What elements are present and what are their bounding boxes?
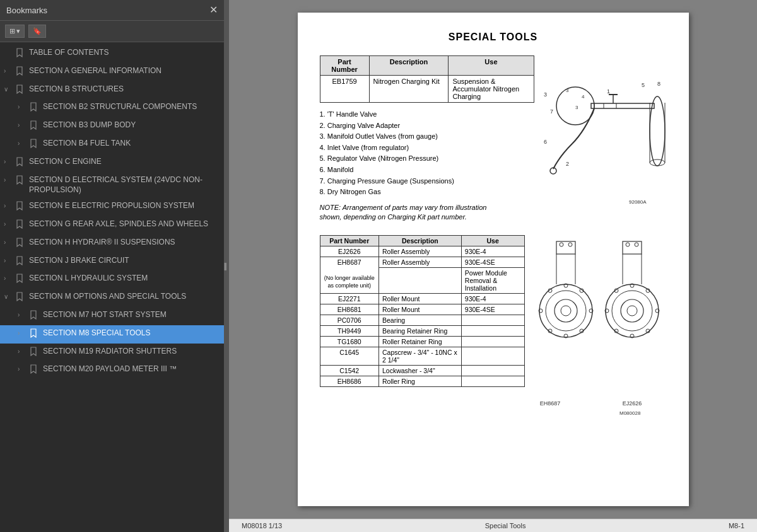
arrow-icon: ∨ bbox=[4, 85, 13, 94]
svg-text:2: 2 bbox=[566, 161, 569, 167]
svg-text:3: 3 bbox=[544, 91, 547, 98]
svg-point-54 bbox=[635, 243, 638, 246]
sidebar-item-section-m8[interactable]: ›SECTION M8 SPECIAL TOOLS bbox=[0, 325, 224, 344]
arrow-icon: › bbox=[4, 220, 13, 229]
use: Suspension & Accumulator Nitrogen Chargi… bbox=[449, 76, 534, 103]
sidebar-item-section-m20[interactable]: ›SECTION M20 PAYLOAD METER III ™ bbox=[0, 361, 224, 379]
svg-point-43 bbox=[627, 306, 637, 316]
bookmark-button[interactable]: 🔖 bbox=[28, 25, 46, 38]
svg-text:M080028: M080028 bbox=[619, 410, 641, 416]
svg-text:EH8687: EH8687 bbox=[539, 400, 560, 407]
svg-point-40 bbox=[606, 284, 659, 337]
bookmark-icon bbox=[30, 364, 40, 377]
svg-text:4: 4 bbox=[582, 94, 585, 100]
table-row: C1645 Capscrew - 3/4" - 10NC x 2 1/4" bbox=[320, 347, 524, 365]
footer-left: M08018 1/13 bbox=[242, 522, 282, 529]
arrow-icon: › bbox=[18, 103, 26, 112]
page-title: SPECIAL TOOLS bbox=[320, 32, 667, 43]
sidebar-item-section-b2[interactable]: ›SECTION B2 STRUCTURAL COMPONENTS bbox=[0, 99, 224, 117]
sidebar-item-label: SECTION B STRUCTURES bbox=[29, 84, 219, 95]
sidebar-item-label: SECTION B4 FUEL TANK bbox=[43, 138, 219, 149]
bookmark-icon bbox=[16, 292, 26, 304]
svg-text:3: 3 bbox=[566, 88, 569, 93]
table-row: TG1680 Roller Retainer Ring bbox=[320, 336, 524, 347]
arrow-icon: › bbox=[4, 202, 13, 211]
sidebar-item-section-g[interactable]: ›SECTION G REAR AXLE, SPINDLES AND WHEEL… bbox=[0, 216, 224, 234]
parts-table-1: Part Number Description Use EB1759 Nitro… bbox=[320, 55, 534, 103]
sidebar-content[interactable]: TABLE OF CONTENTS›SECTION A GENERAL INFO… bbox=[0, 42, 224, 532]
arrow-icon: › bbox=[4, 238, 13, 247]
list-item: 1. 'T' Handle Valve bbox=[320, 109, 534, 120]
resize-handle[interactable]: ▌ bbox=[224, 0, 229, 532]
sidebar-item-label: SECTION G REAR AXLE, SPINDLES AND WHEELS bbox=[29, 219, 219, 229]
table-row: TH9449 Bearing Retainer Ring bbox=[320, 325, 524, 336]
grid-icon: ⊞ bbox=[9, 27, 15, 35]
sidebar-item-section-m19[interactable]: ›SECTION M19 RADIATOR SHUTTERS bbox=[0, 344, 224, 362]
bottom-diagram: EH8687 EJ2626 M080028 bbox=[531, 235, 667, 420]
arrow-icon: › bbox=[18, 347, 26, 356]
sidebar-item-label: SECTION B3 DUMP BODY bbox=[43, 120, 219, 130]
sidebar-item-section-d[interactable]: ›SECTION D ELECTRICAL SYSTEM (24VDC NON-… bbox=[0, 172, 224, 199]
sidebar-item-label: SECTION B2 STRUCTURAL COMPONENTS bbox=[43, 101, 219, 112]
col-header-desc: Description bbox=[369, 56, 449, 76]
grid-view-button[interactable]: ⊞ ▾ bbox=[5, 25, 25, 38]
bookmark-icon bbox=[16, 48, 26, 61]
diagram-2: EH8687 EJ2626 M080028 bbox=[531, 235, 667, 418]
sidebar-header: Bookmarks ✕ bbox=[0, 0, 224, 21]
svg-point-41 bbox=[612, 291, 652, 331]
list-item: 5. Regulator Valve (Nitrogen Pressure) bbox=[320, 153, 534, 165]
sidebar-item-section-m[interactable]: ∨SECTION M OPTIONS AND SPECIAL TOOLS bbox=[0, 289, 224, 307]
table-row: EB1759 Nitrogen Charging Kit Suspension … bbox=[320, 76, 534, 103]
top-left: Part Number Description Use EB1759 Nitro… bbox=[320, 55, 534, 223]
list-item: 4. Inlet Valve (from regulator) bbox=[320, 142, 534, 154]
sidebar-item-section-l[interactable]: ›SECTION L HYDRAULIC SYSTEM bbox=[0, 270, 224, 289]
part-number: EB1759 bbox=[320, 76, 369, 103]
bottom-section: Part Number Description Use EJ2626 Rolle… bbox=[320, 235, 667, 420]
document-page: SPECIAL TOOLS Part Number Description Us… bbox=[298, 13, 689, 506]
bookmark-icon bbox=[16, 66, 26, 79]
sidebar-item-section-e[interactable]: ›SECTION E ELECTRIC PROPULSION SYSTEM bbox=[0, 198, 224, 216]
page-view[interactable]: SPECIAL TOOLS Part Number Description Us… bbox=[229, 0, 757, 519]
sidebar-item-section-h[interactable]: ›SECTION H HYDRAIR® II SUSPENSIONS bbox=[0, 234, 224, 253]
sidebar: Bookmarks ✕ ⊞ ▾ 🔖 TABLE OF CONTENTS›SECT… bbox=[0, 0, 224, 532]
svg-point-53 bbox=[626, 243, 630, 246]
sidebar-item-section-b3[interactable]: ›SECTION B3 DUMP BODY bbox=[0, 117, 224, 136]
table-row: EJ2626 Roller Assembly 930E-4 bbox=[320, 246, 524, 257]
parts-table-2: Part Number Description Use EJ2626 Rolle… bbox=[320, 235, 525, 387]
sidebar-item-label: SECTION M19 RADIATOR SHUTTERS bbox=[43, 346, 219, 357]
svg-text:3: 3 bbox=[575, 105, 578, 110]
items-list: 1. 'T' Handle Valve 2. Charging Valve Ad… bbox=[320, 109, 534, 198]
sidebar-item-label: SECTION M8 SPECIAL TOOLS bbox=[43, 328, 219, 338]
arrow-icon: › bbox=[4, 274, 13, 283]
svg-text:8: 8 bbox=[657, 81, 660, 87]
bookmark-icon bbox=[30, 102, 40, 115]
bookmark-icon bbox=[16, 274, 26, 286]
sidebar-item-section-m7[interactable]: ›SECTION M7 HOT START SYSTEM bbox=[0, 307, 224, 325]
svg-rect-52 bbox=[623, 241, 642, 254]
top-diagram: 3 3 4 3 7 5 bbox=[541, 55, 667, 223]
bottom-left: Part Number Description Use EJ2626 Rolle… bbox=[320, 235, 525, 420]
sidebar-item-section-c[interactable]: ›SECTION C ENGINE bbox=[0, 154, 224, 172]
sidebar-item-section-a[interactable]: ›SECTION A GENERAL INFORMATION bbox=[0, 63, 224, 81]
sidebar-title: Bookmarks bbox=[6, 6, 47, 15]
svg-text:6: 6 bbox=[544, 139, 547, 145]
sidebar-item-label: SECTION E ELECTRIC PROPULSION SYSTEM bbox=[29, 200, 219, 211]
bookmark-icon bbox=[16, 256, 26, 269]
main-content: SPECIAL TOOLS Part Number Description Us… bbox=[229, 0, 757, 532]
bookmark-icon bbox=[16, 201, 26, 214]
sidebar-item-section-b[interactable]: ∨SECTION B STRUCTURES bbox=[0, 81, 224, 100]
arrow-icon: › bbox=[18, 329, 26, 338]
svg-point-12 bbox=[650, 96, 665, 166]
arrow-icon: › bbox=[18, 121, 26, 130]
sidebar-item-table-of-contents[interactable]: TABLE OF CONTENTS bbox=[0, 45, 224, 63]
sidebar-item-label: SECTION C ENGINE bbox=[29, 156, 219, 167]
close-button[interactable]: ✕ bbox=[209, 5, 218, 15]
arrow-icon: › bbox=[18, 365, 26, 374]
sidebar-item-section-b4[interactable]: ›SECTION B4 FUEL TANK bbox=[0, 136, 224, 154]
table-row: EH8687(No longer available as complete u… bbox=[320, 257, 524, 267]
sidebar-item-label: SECTION J BRAKE CIRCUIT bbox=[29, 255, 219, 266]
bookmark-icon bbox=[16, 84, 26, 97]
sidebar-item-section-j[interactable]: ›SECTION J BRAKE CIRCUIT bbox=[0, 253, 224, 271]
arrow-icon: › bbox=[18, 311, 26, 320]
svg-text:92080A: 92080A bbox=[629, 199, 647, 205]
